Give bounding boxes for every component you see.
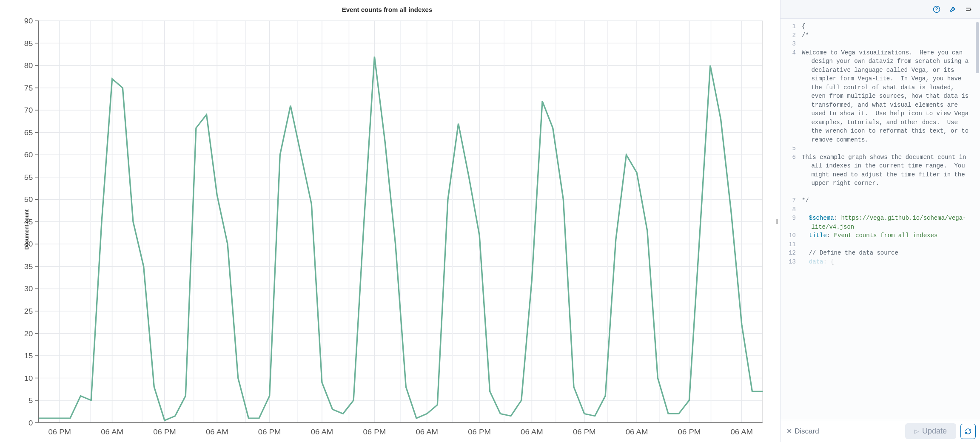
update-button[interactable]: ▷ Update <box>905 423 956 439</box>
svg-text:06 PM: 06 PM <box>468 428 491 436</box>
editor-scrollbar-thumb[interactable] <box>976 22 979 73</box>
svg-text:06 AM: 06 AM <box>730 428 753 436</box>
svg-text:06 AM: 06 AM <box>416 428 438 436</box>
svg-text:80: 80 <box>24 62 33 70</box>
svg-text:06 AM: 06 AM <box>626 428 648 436</box>
svg-text:10: 10 <box>24 374 33 382</box>
svg-text:55: 55 <box>24 173 33 181</box>
refresh-button[interactable] <box>960 424 976 439</box>
svg-text:06 AM: 06 AM <box>101 428 123 436</box>
svg-text:25: 25 <box>24 307 33 315</box>
svg-text:20: 20 <box>24 329 33 337</box>
close-icon: ✕ <box>786 428 792 435</box>
svg-text:60: 60 <box>24 151 33 159</box>
svg-text:06 PM: 06 PM <box>153 428 176 436</box>
svg-text:15: 15 <box>24 352 33 360</box>
update-label: Update <box>922 427 947 436</box>
play-icon: ▷ <box>914 428 919 434</box>
svg-text:06 PM: 06 PM <box>258 428 281 436</box>
svg-text:06 AM: 06 AM <box>311 428 333 436</box>
y-axis-label: Document count <box>24 210 30 250</box>
svg-text:65: 65 <box>24 129 33 137</box>
help-icon[interactable] <box>932 4 942 14</box>
svg-text:35: 35 <box>24 263 33 271</box>
svg-text:90: 90 <box>24 17 33 25</box>
expand-panel-icon[interactable] <box>964 4 974 14</box>
wrench-icon[interactable] <box>948 4 958 14</box>
discard-button[interactable]: ✕ Discard <box>786 427 819 436</box>
svg-text:70: 70 <box>24 106 33 114</box>
svg-point-104 <box>936 11 937 11</box>
chart-pane: Event counts from all indexes Document c… <box>0 0 774 442</box>
svg-text:30: 30 <box>24 285 33 293</box>
code-editor[interactable]: 12345678910111213 {/* Welcome to Vega vi… <box>781 19 980 420</box>
chart-title: Event counts from all indexes <box>0 0 774 13</box>
svg-text:50: 50 <box>24 196 33 204</box>
svg-text:06 PM: 06 PM <box>363 428 386 436</box>
discard-label: Discard <box>795 427 819 436</box>
svg-text:0: 0 <box>28 419 33 427</box>
svg-text:06 PM: 06 PM <box>678 428 701 436</box>
editor-pane: 12345678910111213 {/* Welcome to Vega vi… <box>780 0 980 442</box>
svg-text:06 PM: 06 PM <box>573 428 596 436</box>
svg-text:85: 85 <box>24 40 33 48</box>
editor-toolbar <box>781 0 980 19</box>
svg-text:06 AM: 06 AM <box>206 428 228 436</box>
chart-plot-area[interactable]: Document count 0510152025303540455055606… <box>9 17 770 442</box>
svg-text:75: 75 <box>24 84 33 92</box>
pane-resize-handle[interactable]: ‖ <box>774 0 780 442</box>
svg-text:06 PM: 06 PM <box>48 428 71 436</box>
editor-footer: ✕ Discard ▷ Update <box>781 420 980 442</box>
svg-text:06 AM: 06 AM <box>521 428 543 436</box>
svg-text:5: 5 <box>28 397 33 405</box>
